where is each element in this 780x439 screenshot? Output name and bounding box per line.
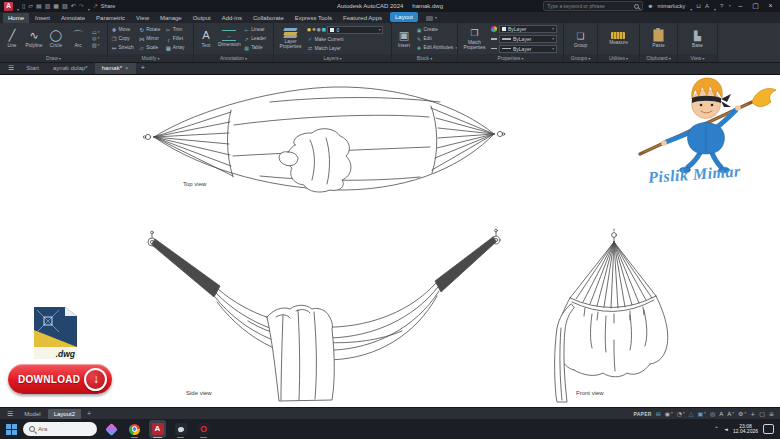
layer-action-button[interactable]: ✓ Make Current (307, 35, 383, 43)
ribbon-tab[interactable]: Parametric (91, 13, 130, 23)
polar-tracking-icon[interactable]: ◔ (677, 411, 685, 417)
drawing-canvas[interactable]: Pislik Mimar Top view Side view Front vi… (0, 74, 780, 407)
object-snap-icon[interactable]: ▣ (697, 411, 705, 417)
plot-icon[interactable]: ▦ (53, 3, 59, 9)
file-tab[interactable]: aynalı dolap* × (46, 62, 95, 74)
block-tool-button[interactable]: ▣ Create (416, 26, 457, 34)
layer-freeze-icon[interactable]: ❋ (312, 27, 316, 32)
modify-tool-button[interactable]: ⋈ Mirror (139, 34, 161, 43)
draw-tool-button[interactable]: ╱ Line (3, 30, 21, 48)
annotation-panel-label[interactable]: Annotation (194, 54, 273, 62)
group-button[interactable]: ❏ Group (572, 30, 590, 48)
autocad-icon[interactable]: A (149, 420, 166, 438)
volume-icon[interactable]: ◄ (724, 427, 728, 432)
isodraft-icon[interactable]: △ (689, 411, 694, 417)
workspace-icon[interactable]: ⚙ (738, 411, 746, 417)
match-properties-button[interactable]: ❐ Match Properties (461, 27, 488, 50)
property-dropdown[interactable]: ByLayer (499, 25, 557, 33)
apps-caret-icon[interactable] (713, 0, 716, 15)
annotation-tool-button[interactable]: ⊢ Linear (244, 26, 266, 34)
layer-action-button[interactable]: ⇄ Match Layer (307, 44, 383, 52)
annotation-visibility-icon[interactable]: A (727, 411, 734, 417)
file-tab[interactable]: hamak* × (95, 62, 136, 74)
download-button[interactable]: DOWNLOAD ↓ (8, 364, 112, 394)
text-tool-button[interactable]: A Text (197, 30, 215, 48)
app-store-icon[interactable]: ⊔ (696, 3, 701, 9)
paste-button[interactable]: Paste (650, 29, 668, 48)
annotation-scale-icon[interactable]: A (719, 411, 723, 417)
tray-expand-icon[interactable]: ⌃ (714, 426, 719, 432)
modify-tool-button[interactable]: ▱ Scale (139, 43, 161, 52)
help-search-input[interactable]: Type a keyword or phrase (543, 1, 643, 11)
redo-icon[interactable]: ↷ (79, 3, 84, 9)
layout-tab[interactable]: Layout2 (48, 409, 81, 419)
app-icon[interactable] (172, 420, 189, 438)
modify-tool-button[interactable]: ↻ Rotate (139, 25, 161, 34)
copilot-icon[interactable] (103, 420, 120, 438)
annotation-tool-button[interactable]: ▦ Table (244, 44, 266, 52)
redo-caret-icon[interactable] (87, 0, 90, 15)
snap-icon[interactable]: ◉ (665, 411, 673, 417)
layout-tab[interactable]: Model (18, 409, 46, 419)
base-view-button[interactable]: ▙ Base (689, 30, 707, 48)
block-panel-label[interactable]: Block (392, 54, 457, 62)
layer-dropdown[interactable]: 0 (327, 26, 383, 34)
restore-button[interactable]: ▢ (750, 0, 761, 12)
dimension-tool-button[interactable]: ↔ Dimension (218, 30, 241, 47)
signed-in-user[interactable]: mimarlucky (657, 3, 685, 9)
ribbon-tab[interactable]: Featured Apps (338, 13, 387, 23)
start-button-icon[interactable] (6, 424, 17, 435)
utilities-panel-label[interactable]: Utilities (598, 54, 639, 62)
ribbon-tab[interactable]: View (131, 13, 154, 23)
block-tool-button[interactable]: ❖ Edit Attributes (416, 44, 457, 52)
ribbon-tab[interactable]: Manage (155, 13, 187, 23)
help-icon[interactable]: ? (720, 3, 723, 9)
draw-tool-button[interactable]: ∿ Polyline (25, 30, 43, 48)
autodesk-apps-icon[interactable]: A (705, 3, 709, 9)
layers-panel-label[interactable]: Layers (274, 54, 391, 62)
save-as-icon[interactable]: ▥ (45, 3, 51, 9)
ribbon-tab[interactable]: Add-ins (217, 13, 247, 23)
tray-clock[interactable]: 23:08 12.04.2026 (733, 424, 758, 435)
ribbon-tab[interactable]: Insert (30, 13, 55, 23)
layer-properties-button[interactable]: Layer Properties (277, 28, 304, 49)
tray-add-icon[interactable]: + (750, 411, 755, 417)
block-tool-button[interactable]: ✎ Edit (416, 35, 457, 43)
user-icon[interactable]: ☻ (647, 3, 653, 9)
layout-menu-icon[interactable]: ☰ (4, 408, 16, 419)
app-menu-caret-icon[interactable] (16, 0, 19, 15)
save-icon[interactable]: ▤ (36, 3, 42, 9)
close-button[interactable]: × (765, 0, 776, 12)
layer-lock-icon[interactable]: ● (317, 27, 321, 32)
ribbon-tab[interactable]: Express Tools (290, 13, 337, 23)
property-swatch-icon[interactable] (491, 26, 497, 32)
undo-icon[interactable]: ↶ (71, 3, 76, 9)
modify-tool-button[interactable]: ✂ Trim (165, 25, 184, 34)
grid-icon[interactable]: ⊞ (656, 411, 661, 417)
ribbon-tab[interactable]: Layout (390, 12, 418, 22)
modify-panel-label[interactable]: Modify (108, 54, 193, 62)
groups-panel-label[interactable]: Groups (564, 54, 597, 62)
property-swatch-icon[interactable] (491, 38, 497, 40)
autocad-logo-icon[interactable]: A (4, 2, 13, 11)
property-dropdown[interactable]: ByLayer (499, 35, 557, 43)
share-icon[interactable]: ↗ (93, 3, 98, 9)
user-menu-caret-icon[interactable] (689, 0, 692, 15)
open-folder-icon[interactable]: ▱ (28, 3, 33, 9)
view-panel-label[interactable]: View (678, 54, 717, 62)
modify-tool-button[interactable]: ❐ Copy (111, 34, 134, 43)
notifications-icon[interactable]: ◔ (727, 3, 731, 9)
draw-tool-button[interactable]: ◯ Circle (47, 30, 65, 48)
new-layout-button[interactable]: + (83, 410, 95, 417)
ribbon-tab[interactable]: Annotate (56, 13, 90, 23)
share-label[interactable]: Share (101, 3, 116, 9)
notification-center-icon[interactable] (763, 424, 774, 434)
ribbon-tab[interactable]: Collaborate (248, 13, 289, 23)
new-file-icon[interactable]: ▯ (22, 3, 25, 9)
file-tab-menu-icon[interactable]: ☰ (3, 62, 19, 74)
paper-space-label[interactable]: PAPER (633, 411, 651, 417)
layer-on-icon[interactable]: ● (307, 27, 311, 32)
ribbon-display-toggle-icon[interactable] (426, 16, 433, 21)
property-swatch-icon[interactable] (491, 48, 497, 49)
layer-color-icon[interactable]: ■ (322, 27, 326, 32)
